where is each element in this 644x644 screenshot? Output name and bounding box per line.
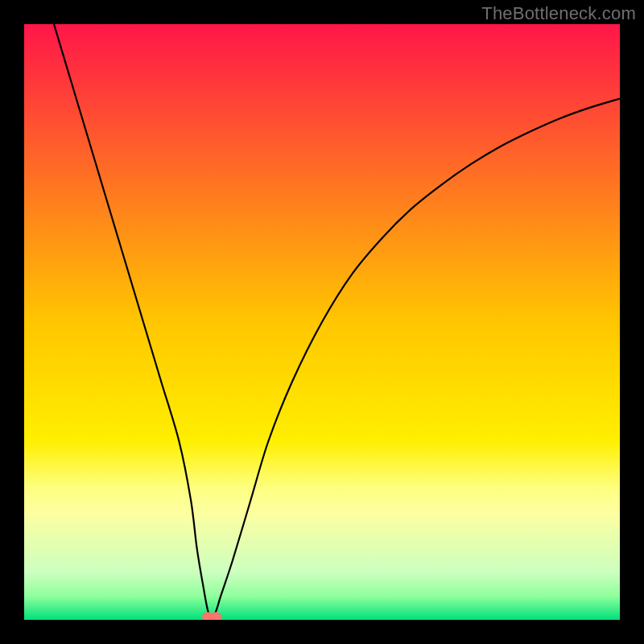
bottleneck-chart bbox=[24, 24, 620, 620]
chart-frame bbox=[24, 24, 620, 620]
watermark-text: TheBottleneck.com bbox=[481, 3, 636, 24]
